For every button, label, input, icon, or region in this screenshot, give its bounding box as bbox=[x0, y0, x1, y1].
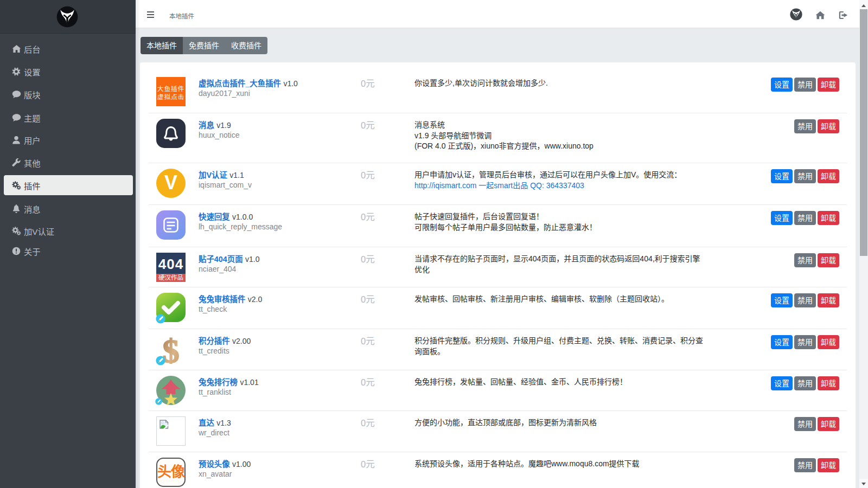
svg-text:V: V bbox=[164, 171, 177, 194]
